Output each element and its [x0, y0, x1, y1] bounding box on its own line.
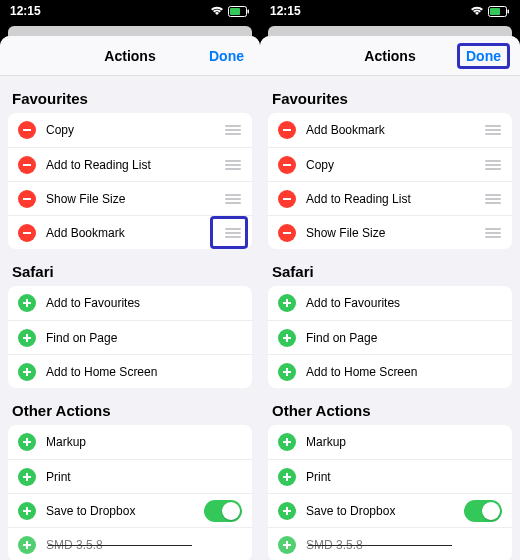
safari-group: Add to Favourites Find on Page Add to Ho… [268, 286, 512, 388]
remove-icon[interactable] [18, 156, 36, 174]
list-item[interactable]: Find on Page [8, 320, 252, 354]
add-icon[interactable] [18, 294, 36, 312]
add-icon[interactable] [278, 363, 296, 381]
remove-icon[interactable] [18, 224, 36, 242]
svg-rect-24 [283, 129, 291, 131]
remove-icon[interactable] [278, 156, 296, 174]
nav-bar: Actions Done [260, 36, 520, 76]
add-icon[interactable] [278, 433, 296, 451]
svg-rect-5 [23, 198, 31, 200]
list-item[interactable]: Save to Dropbox [8, 493, 252, 527]
list-item-label: Show File Size [306, 226, 484, 240]
drag-handle-icon[interactable] [484, 125, 502, 135]
safari-group: Add to Favourites Find on Page Add to Ho… [8, 286, 252, 388]
list-item[interactable]: Show File Size [268, 215, 512, 249]
list-item-label: Add to Favourites [46, 296, 242, 310]
svg-rect-41 [283, 544, 291, 546]
svg-rect-14 [23, 441, 31, 443]
list-item-label: Add to Home Screen [306, 365, 502, 379]
list-item-label: Add to Reading List [46, 158, 224, 172]
svg-rect-6 [23, 232, 31, 234]
drag-handle-icon[interactable] [224, 228, 242, 238]
list-item[interactable]: Save to Dropbox [268, 493, 512, 527]
add-icon[interactable] [18, 468, 36, 486]
list-item[interactable]: SMD 3.5.8 [268, 527, 512, 560]
drag-handle-icon[interactable] [224, 125, 242, 135]
svg-rect-8 [23, 302, 31, 304]
done-button[interactable]: Done [203, 44, 250, 68]
toggle-switch[interactable] [464, 500, 502, 522]
list-item[interactable]: SMD 3.5.8 [8, 527, 252, 560]
status-time: 12:15 [10, 4, 41, 18]
list-item-label: Find on Page [46, 331, 242, 345]
favourites-group: Add Bookmark Copy Add to Reading List Sh… [268, 113, 512, 249]
toggle-switch[interactable] [204, 500, 242, 522]
phone-screen-left: 12:15 Actions Done Favourites Copy Add t… [0, 0, 260, 560]
list-item-label: Markup [46, 435, 242, 449]
drag-handle-icon[interactable] [484, 194, 502, 204]
drag-handle-icon[interactable] [224, 160, 242, 170]
section-header-other: Other Actions [0, 388, 260, 425]
svg-rect-29 [283, 302, 291, 304]
add-icon[interactable] [18, 502, 36, 520]
list-item[interactable]: Add Bookmark [8, 215, 252, 249]
list-item[interactable]: Print [268, 459, 512, 493]
svg-rect-3 [23, 129, 31, 131]
list-item-label: Add to Reading List [306, 192, 484, 206]
svg-rect-2 [248, 9, 250, 13]
svg-rect-18 [23, 510, 31, 512]
add-icon[interactable] [278, 468, 296, 486]
remove-icon[interactable] [278, 224, 296, 242]
remove-icon[interactable] [278, 121, 296, 139]
status-time: 12:15 [270, 4, 301, 18]
list-item[interactable]: Find on Page [268, 320, 512, 354]
svg-rect-22 [490, 8, 500, 15]
list-item[interactable]: Add to Favourites [268, 286, 512, 320]
remove-icon[interactable] [18, 190, 36, 208]
list-item-label: Show File Size [46, 192, 224, 206]
add-icon[interactable] [18, 329, 36, 347]
add-icon[interactable] [18, 536, 36, 554]
section-header-favourites: Favourites [0, 76, 260, 113]
add-icon[interactable] [278, 329, 296, 347]
list-item[interactable]: Markup [268, 425, 512, 459]
list-item[interactable]: Add to Reading List [8, 147, 252, 181]
svg-rect-31 [283, 337, 291, 339]
list-item[interactable]: Markup [8, 425, 252, 459]
svg-rect-25 [283, 164, 291, 166]
remove-icon[interactable] [18, 121, 36, 139]
actions-sheet: Actions Done Favourites Copy Add to Read… [0, 36, 260, 560]
list-item[interactable]: Add Bookmark [268, 113, 512, 147]
section-header-safari: Safari [0, 249, 260, 286]
nav-bar: Actions Done [0, 36, 260, 76]
remove-icon[interactable] [278, 190, 296, 208]
list-item[interactable]: Print [8, 459, 252, 493]
list-item[interactable]: Show File Size [8, 181, 252, 215]
list-item[interactable]: Add to Home Screen [8, 354, 252, 388]
drag-handle-icon[interactable] [484, 228, 502, 238]
list-item-label: Find on Page [306, 331, 502, 345]
done-button[interactable]: Done [457, 43, 510, 69]
list-item-label: Save to Dropbox [306, 504, 464, 518]
list-item-label: SMD 3.5.8 [306, 538, 502, 552]
list-item-label: Print [306, 470, 502, 484]
list-item[interactable]: Add to Favourites [8, 286, 252, 320]
add-icon[interactable] [278, 536, 296, 554]
list-item[interactable]: Copy [268, 147, 512, 181]
add-icon[interactable] [278, 502, 296, 520]
svg-rect-16 [23, 476, 31, 478]
svg-rect-26 [283, 198, 291, 200]
svg-rect-10 [23, 337, 31, 339]
list-item[interactable]: Add to Home Screen [268, 354, 512, 388]
other-actions-group: Markup Print Save to Dropbox SMD 3.5.8 [268, 425, 512, 560]
svg-rect-12 [23, 371, 31, 373]
list-item[interactable]: Copy [8, 113, 252, 147]
drag-handle-icon[interactable] [224, 194, 242, 204]
sheet-backdrop [260, 22, 520, 36]
svg-rect-37 [283, 476, 291, 478]
add-icon[interactable] [278, 294, 296, 312]
add-icon[interactable] [18, 363, 36, 381]
drag-handle-icon[interactable] [484, 160, 502, 170]
list-item[interactable]: Add to Reading List [268, 181, 512, 215]
add-icon[interactable] [18, 433, 36, 451]
